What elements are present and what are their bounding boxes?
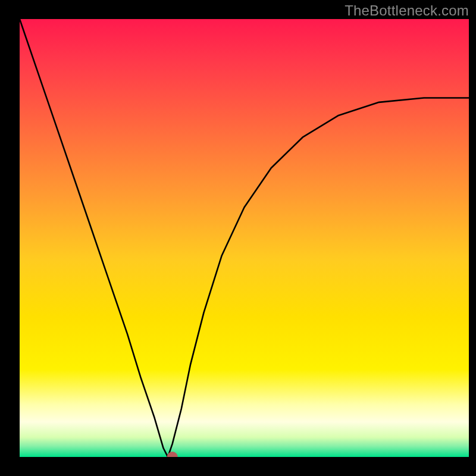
chart-stage: TheBottleneck.com bbox=[0, 0, 476, 476]
watermark-text: TheBottleneck.com bbox=[345, 2, 469, 19]
bottleneck-plot bbox=[0, 0, 476, 476]
plot-background bbox=[20, 19, 469, 457]
optimal-point-marker bbox=[167, 452, 178, 462]
